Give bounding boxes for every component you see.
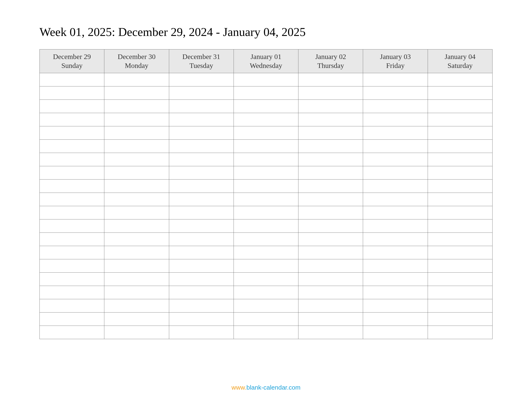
calendar-cell[interactable] (234, 273, 298, 286)
calendar-cell[interactable] (363, 233, 428, 246)
calendar-cell[interactable] (234, 153, 298, 166)
calendar-cell[interactable] (234, 180, 298, 193)
calendar-cell[interactable] (169, 180, 234, 193)
calendar-cell[interactable] (40, 246, 104, 259)
calendar-cell[interactable] (234, 206, 298, 220)
calendar-cell[interactable] (104, 220, 169, 233)
calendar-cell[interactable] (234, 100, 298, 113)
calendar-cell[interactable] (428, 86, 492, 100)
calendar-cell[interactable] (428, 180, 492, 193)
calendar-cell[interactable] (428, 233, 492, 246)
calendar-cell[interactable] (234, 193, 298, 206)
calendar-cell[interactable] (298, 100, 363, 113)
calendar-cell[interactable] (234, 233, 298, 246)
calendar-cell[interactable] (428, 326, 492, 339)
calendar-cell[interactable] (428, 273, 492, 286)
calendar-cell[interactable] (40, 233, 104, 246)
calendar-cell[interactable] (40, 100, 104, 113)
calendar-cell[interactable] (363, 246, 428, 259)
calendar-cell[interactable] (40, 273, 104, 286)
calendar-cell[interactable] (40, 73, 104, 86)
calendar-cell[interactable] (234, 126, 298, 140)
calendar-cell[interactable] (298, 259, 363, 273)
calendar-cell[interactable] (298, 220, 363, 233)
calendar-cell[interactable] (363, 220, 428, 233)
calendar-cell[interactable] (169, 140, 234, 153)
calendar-cell[interactable] (40, 140, 104, 153)
calendar-cell[interactable] (298, 206, 363, 220)
calendar-cell[interactable] (363, 126, 428, 140)
calendar-cell[interactable] (104, 299, 169, 313)
calendar-cell[interactable] (234, 113, 298, 126)
calendar-cell[interactable] (104, 246, 169, 259)
calendar-cell[interactable] (363, 140, 428, 153)
calendar-cell[interactable] (298, 273, 363, 286)
calendar-cell[interactable] (169, 113, 234, 126)
calendar-cell[interactable] (298, 73, 363, 86)
calendar-cell[interactable] (104, 313, 169, 326)
calendar-cell[interactable] (104, 286, 169, 299)
calendar-cell[interactable] (234, 140, 298, 153)
calendar-cell[interactable] (234, 259, 298, 273)
calendar-cell[interactable] (428, 286, 492, 299)
calendar-cell[interactable] (169, 206, 234, 220)
calendar-cell[interactable] (298, 233, 363, 246)
calendar-cell[interactable] (104, 233, 169, 246)
calendar-cell[interactable] (40, 86, 104, 100)
calendar-cell[interactable] (363, 166, 428, 180)
calendar-cell[interactable] (104, 73, 169, 86)
calendar-cell[interactable] (169, 73, 234, 86)
calendar-cell[interactable] (104, 113, 169, 126)
calendar-cell[interactable] (169, 273, 234, 286)
calendar-cell[interactable] (298, 299, 363, 313)
calendar-cell[interactable] (169, 299, 234, 313)
calendar-cell[interactable] (104, 193, 169, 206)
calendar-cell[interactable] (363, 153, 428, 166)
calendar-cell[interactable] (428, 100, 492, 113)
calendar-cell[interactable] (298, 246, 363, 259)
calendar-cell[interactable] (363, 100, 428, 113)
calendar-cell[interactable] (40, 180, 104, 193)
calendar-cell[interactable] (104, 140, 169, 153)
calendar-cell[interactable] (40, 153, 104, 166)
calendar-cell[interactable] (428, 259, 492, 273)
calendar-cell[interactable] (298, 126, 363, 140)
calendar-cell[interactable] (363, 313, 428, 326)
calendar-cell[interactable] (428, 193, 492, 206)
calendar-cell[interactable] (363, 73, 428, 86)
calendar-cell[interactable] (298, 86, 363, 100)
calendar-cell[interactable] (169, 126, 234, 140)
calendar-cell[interactable] (169, 100, 234, 113)
calendar-cell[interactable] (234, 313, 298, 326)
calendar-cell[interactable] (40, 220, 104, 233)
footer-link[interactable]: www.blank-calendar.com (0, 384, 532, 391)
calendar-cell[interactable] (104, 86, 169, 100)
calendar-cell[interactable] (104, 180, 169, 193)
calendar-cell[interactable] (363, 273, 428, 286)
calendar-cell[interactable] (234, 220, 298, 233)
calendar-cell[interactable] (298, 140, 363, 153)
calendar-cell[interactable] (298, 326, 363, 339)
calendar-cell[interactable] (169, 193, 234, 206)
calendar-cell[interactable] (363, 259, 428, 273)
calendar-cell[interactable] (169, 153, 234, 166)
calendar-cell[interactable] (298, 286, 363, 299)
calendar-cell[interactable] (363, 286, 428, 299)
calendar-cell[interactable] (363, 180, 428, 193)
calendar-cell[interactable] (40, 313, 104, 326)
calendar-cell[interactable] (234, 326, 298, 339)
calendar-cell[interactable] (169, 313, 234, 326)
calendar-cell[interactable] (40, 259, 104, 273)
calendar-cell[interactable] (428, 166, 492, 180)
calendar-cell[interactable] (104, 100, 169, 113)
calendar-cell[interactable] (298, 180, 363, 193)
calendar-cell[interactable] (428, 126, 492, 140)
calendar-cell[interactable] (104, 273, 169, 286)
calendar-cell[interactable] (234, 86, 298, 100)
calendar-cell[interactable] (169, 246, 234, 259)
calendar-cell[interactable] (428, 220, 492, 233)
calendar-cell[interactable] (169, 286, 234, 299)
calendar-cell[interactable] (104, 166, 169, 180)
calendar-cell[interactable] (428, 313, 492, 326)
calendar-cell[interactable] (169, 166, 234, 180)
